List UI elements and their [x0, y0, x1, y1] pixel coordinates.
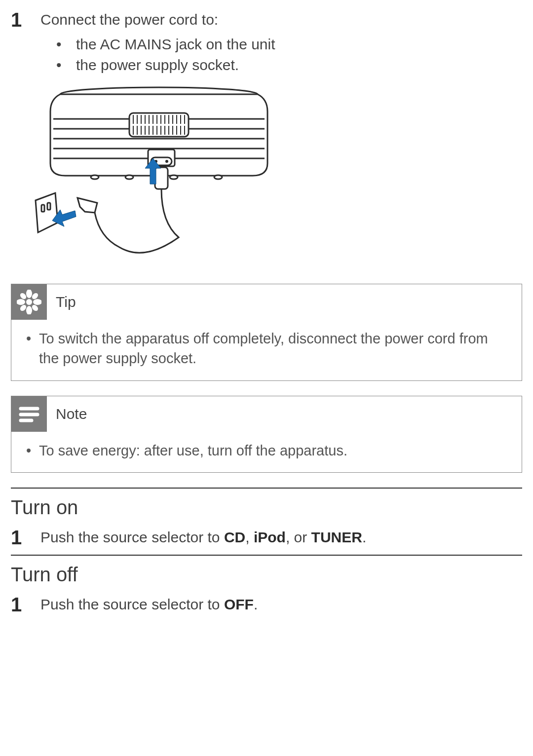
svg-point-41: [170, 175, 178, 179]
step-number: 1: [11, 595, 26, 614]
option-tuner: TUNER: [311, 529, 362, 545]
svg-point-51: [19, 292, 28, 300]
note-callout: Note To save energy: after use, turn off…: [11, 396, 522, 473]
svg-point-38: [165, 160, 168, 163]
svg-rect-6: [129, 113, 189, 137]
svg-rect-44: [41, 205, 44, 212]
svg-point-48: [26, 306, 32, 314]
step-number: 1: [11, 528, 26, 547]
step-text: Connect the power cord to:: [40, 10, 522, 30]
svg-point-50: [33, 299, 41, 305]
svg-point-40: [125, 175, 133, 179]
svg-point-42: [214, 175, 222, 179]
svg-point-53: [19, 303, 28, 312]
svg-point-49: [17, 299, 25, 305]
svg-rect-43: [155, 167, 168, 189]
divider: [11, 555, 522, 556]
svg-point-52: [31, 292, 39, 300]
tip-header: Tip: [11, 284, 522, 320]
tip-title: Tip: [47, 294, 76, 310]
note-header: Note: [11, 396, 522, 432]
bullet-item: the power supply socket.: [56, 55, 522, 76]
text-fragment: ,: [245, 529, 254, 545]
text-fragment: Push the source selector to: [40, 596, 224, 612]
step-1: 1 Connect the power cord to:: [11, 10, 522, 30]
note-body: To save energy: after use, turn off the …: [11, 432, 522, 473]
turn-on-heading: Turn on: [11, 496, 522, 519]
tip-item: To switch the apparatus off completely, …: [26, 329, 507, 369]
note-lines-icon: [11, 396, 47, 432]
step-text: Push the source selector to CD, iPod, or…: [40, 528, 522, 548]
divider: [11, 488, 522, 489]
option-ipod: iPod: [254, 529, 286, 545]
option-cd: CD: [224, 529, 245, 545]
power-connection-diagram: [31, 84, 522, 269]
text-fragment: Push the source selector to: [40, 529, 224, 545]
text-fragment: .: [254, 596, 258, 612]
bullet-item: the AC MAINS jack on the unit: [56, 34, 522, 55]
svg-point-47: [26, 290, 32, 298]
step-1-bullets: the AC MAINS jack on the unit the power …: [27, 34, 522, 76]
note-title: Note: [47, 406, 87, 422]
turn-off-step: 1 Push the source selector to OFF.: [11, 595, 522, 615]
turn-on-step: 1 Push the source selector to CD, iPod, …: [11, 528, 522, 548]
step-number: 1: [11, 10, 26, 30]
note-item: To save energy: after use, turn off the …: [26, 441, 507, 461]
tip-body: To switch the apparatus off completely, …: [11, 320, 522, 380]
text-fragment: .: [362, 529, 366, 545]
svg-point-54: [31, 303, 39, 312]
text-fragment: , or: [286, 529, 311, 545]
asterisk-icon: [11, 284, 47, 320]
svg-point-46: [26, 299, 32, 305]
step-text: Push the source selector to OFF.: [40, 595, 522, 615]
turn-off-heading: Turn off: [11, 564, 522, 586]
svg-rect-45: [47, 203, 50, 210]
tip-callout: Tip To switch the apparatus off complete…: [11, 284, 522, 381]
svg-point-39: [91, 175, 99, 179]
option-off: OFF: [224, 596, 254, 612]
